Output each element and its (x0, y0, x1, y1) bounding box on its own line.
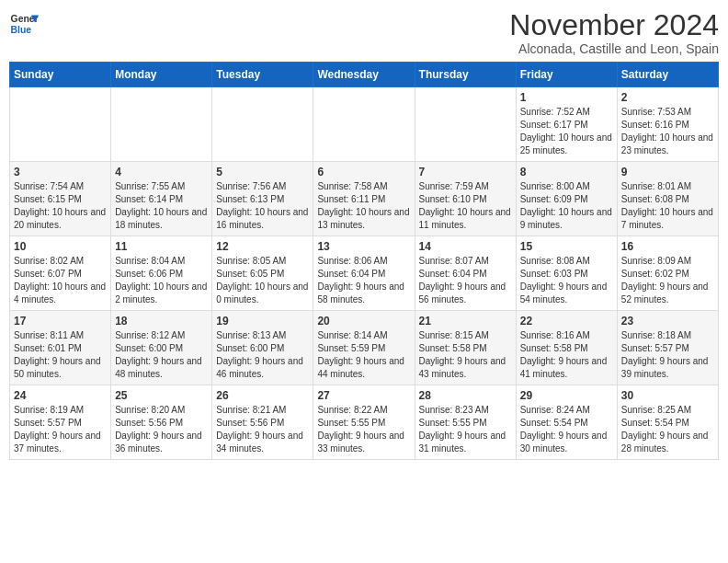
day-number: 5 (216, 166, 309, 178)
calendar-cell (212, 87, 313, 162)
day-number: 18 (115, 315, 208, 327)
day-number: 22 (520, 315, 613, 327)
day-number: 29 (520, 389, 613, 402)
day-info: Sunrise: 8:19 AM Sunset: 5:57 PM Dayligh… (14, 404, 107, 455)
day-number: 16 (621, 240, 714, 253)
day-number: 13 (317, 240, 410, 253)
day-of-week-header: Sunday (10, 63, 111, 87)
svg-text:Blue: Blue (11, 25, 32, 35)
calendar-cell: 12Sunrise: 8:05 AM Sunset: 6:05 PM Dayli… (212, 236, 313, 311)
calendar-cell: 6Sunrise: 7:58 AM Sunset: 6:11 PM Daylig… (313, 162, 415, 236)
day-info: Sunrise: 8:09 AM Sunset: 6:02 PM Dayligh… (621, 255, 714, 306)
calendar-week-row: 17Sunrise: 8:11 AM Sunset: 6:01 PM Dayli… (10, 311, 719, 385)
calendar-cell: 20Sunrise: 8:14 AM Sunset: 5:59 PM Dayli… (313, 311, 415, 385)
day-info: Sunrise: 8:11 AM Sunset: 6:01 PM Dayligh… (14, 329, 107, 381)
calendar-cell: 5Sunrise: 7:56 AM Sunset: 6:13 PM Daylig… (212, 162, 313, 236)
calendar-cell (10, 87, 111, 162)
calendar-cell: 3Sunrise: 7:54 AM Sunset: 6:15 PM Daylig… (10, 162, 111, 236)
day-info: Sunrise: 7:53 AM Sunset: 6:16 PM Dayligh… (621, 106, 714, 157)
day-number: 28 (419, 389, 512, 402)
day-number: 15 (520, 240, 613, 253)
day-info: Sunrise: 7:56 AM Sunset: 6:13 PM Dayligh… (216, 180, 309, 232)
calendar-cell: 25Sunrise: 8:20 AM Sunset: 5:56 PM Dayli… (111, 385, 212, 460)
day-number: 10 (14, 240, 107, 253)
calendar-cell: 11Sunrise: 8:04 AM Sunset: 6:06 PM Dayli… (111, 236, 212, 311)
calendar-cell: 18Sunrise: 8:12 AM Sunset: 6:00 PM Dayli… (111, 311, 212, 385)
day-info: Sunrise: 8:08 AM Sunset: 6:03 PM Dayligh… (520, 255, 613, 306)
calendar-week-row: 24Sunrise: 8:19 AM Sunset: 5:57 PM Dayli… (10, 385, 719, 460)
day-info: Sunrise: 8:16 AM Sunset: 5:58 PM Dayligh… (520, 329, 613, 381)
calendar-cell: 19Sunrise: 8:13 AM Sunset: 6:00 PM Dayli… (212, 311, 313, 385)
day-number: 27 (317, 389, 410, 402)
day-number: 26 (216, 389, 309, 402)
day-info: Sunrise: 7:52 AM Sunset: 6:17 PM Dayligh… (520, 106, 613, 157)
day-info: Sunrise: 8:13 AM Sunset: 6:00 PM Dayligh… (216, 329, 309, 381)
day-of-week-header: Thursday (415, 63, 516, 87)
calendar-cell: 16Sunrise: 8:09 AM Sunset: 6:02 PM Dayli… (617, 236, 718, 311)
day-number: 7 (419, 166, 512, 178)
day-info: Sunrise: 8:18 AM Sunset: 5:57 PM Dayligh… (621, 329, 714, 381)
day-info: Sunrise: 8:12 AM Sunset: 6:00 PM Dayligh… (115, 329, 208, 381)
calendar-cell: 9Sunrise: 8:01 AM Sunset: 6:08 PM Daylig… (617, 162, 718, 236)
day-number: 25 (115, 389, 208, 402)
day-number: 30 (621, 389, 714, 402)
day-info: Sunrise: 8:02 AM Sunset: 6:07 PM Dayligh… (14, 255, 107, 306)
calendar-cell: 10Sunrise: 8:02 AM Sunset: 6:07 PM Dayli… (10, 236, 111, 311)
day-number: 8 (520, 166, 613, 178)
day-number: 21 (419, 315, 512, 327)
calendar-cell: 30Sunrise: 8:25 AM Sunset: 5:54 PM Dayli… (617, 385, 718, 460)
calendar-week-row: 1Sunrise: 7:52 AM Sunset: 6:17 PM Daylig… (10, 87, 719, 162)
calendar-cell: 23Sunrise: 8:18 AM Sunset: 5:57 PM Dayli… (617, 311, 718, 385)
day-of-week-header: Monday (111, 63, 212, 87)
calendar-week-row: 10Sunrise: 8:02 AM Sunset: 6:07 PM Dayli… (10, 236, 719, 311)
calendar-cell (415, 87, 516, 162)
calendar-cell: 24Sunrise: 8:19 AM Sunset: 5:57 PM Dayli… (10, 385, 111, 460)
day-number: 2 (621, 91, 714, 104)
day-info: Sunrise: 8:15 AM Sunset: 5:58 PM Dayligh… (419, 329, 512, 381)
day-number: 14 (419, 240, 512, 253)
calendar-cell: 15Sunrise: 8:08 AM Sunset: 6:03 PM Dayli… (516, 236, 617, 311)
calendar-cell: 1Sunrise: 7:52 AM Sunset: 6:17 PM Daylig… (516, 87, 617, 162)
day-number: 4 (115, 166, 208, 178)
day-info: Sunrise: 8:22 AM Sunset: 5:55 PM Dayligh… (317, 404, 410, 455)
day-number: 9 (621, 166, 714, 178)
month-title: November 2024 (509, 9, 719, 41)
calendar-cell: 29Sunrise: 8:24 AM Sunset: 5:54 PM Dayli… (516, 385, 617, 460)
day-info: Sunrise: 8:14 AM Sunset: 5:59 PM Dayligh… (317, 329, 410, 381)
day-of-week-header: Wednesday (313, 63, 415, 87)
day-number: 24 (14, 389, 107, 402)
calendar-cell: 8Sunrise: 8:00 AM Sunset: 6:09 PM Daylig… (516, 162, 617, 236)
logo-icon: General Blue (9, 9, 39, 39)
day-info: Sunrise: 8:01 AM Sunset: 6:08 PM Dayligh… (621, 180, 714, 232)
day-number: 20 (317, 315, 410, 327)
logo: General Blue (9, 9, 39, 39)
day-info: Sunrise: 8:23 AM Sunset: 5:55 PM Dayligh… (419, 404, 512, 455)
day-info: Sunrise: 7:58 AM Sunset: 6:11 PM Dayligh… (317, 180, 410, 232)
calendar-table: SundayMondayTuesdayWednesdayThursdayFrid… (9, 62, 719, 460)
calendar-cell: 4Sunrise: 7:55 AM Sunset: 6:14 PM Daylig… (111, 162, 212, 236)
day-of-week-header: Saturday (617, 63, 718, 87)
day-info: Sunrise: 8:25 AM Sunset: 5:54 PM Dayligh… (621, 404, 714, 455)
day-info: Sunrise: 8:07 AM Sunset: 6:04 PM Dayligh… (419, 255, 512, 306)
day-info: Sunrise: 8:21 AM Sunset: 5:56 PM Dayligh… (216, 404, 309, 455)
calendar-week-row: 3Sunrise: 7:54 AM Sunset: 6:15 PM Daylig… (10, 162, 719, 236)
calendar-cell: 27Sunrise: 8:22 AM Sunset: 5:55 PM Dayli… (313, 385, 415, 460)
calendar-cell: 28Sunrise: 8:23 AM Sunset: 5:55 PM Dayli… (415, 385, 516, 460)
day-info: Sunrise: 7:59 AM Sunset: 6:10 PM Dayligh… (419, 180, 512, 232)
day-info: Sunrise: 7:55 AM Sunset: 6:14 PM Dayligh… (115, 180, 208, 232)
calendar-cell: 7Sunrise: 7:59 AM Sunset: 6:10 PM Daylig… (415, 162, 516, 236)
day-info: Sunrise: 8:04 AM Sunset: 6:06 PM Dayligh… (115, 255, 208, 306)
day-info: Sunrise: 8:05 AM Sunset: 6:05 PM Dayligh… (216, 255, 309, 306)
day-number: 12 (216, 240, 309, 253)
calendar-header-row: SundayMondayTuesdayWednesdayThursdayFrid… (10, 63, 719, 87)
calendar-cell: 17Sunrise: 8:11 AM Sunset: 6:01 PM Dayli… (10, 311, 111, 385)
day-number: 11 (115, 240, 208, 253)
day-number: 23 (621, 315, 714, 327)
day-info: Sunrise: 7:54 AM Sunset: 6:15 PM Dayligh… (14, 180, 107, 232)
location: Alconada, Castille and Leon, Spain (509, 41, 719, 56)
day-number: 1 (520, 91, 613, 104)
day-number: 3 (14, 166, 107, 178)
day-info: Sunrise: 8:00 AM Sunset: 6:09 PM Dayligh… (520, 180, 613, 232)
day-number: 19 (216, 315, 309, 327)
day-info: Sunrise: 8:20 AM Sunset: 5:56 PM Dayligh… (115, 404, 208, 455)
